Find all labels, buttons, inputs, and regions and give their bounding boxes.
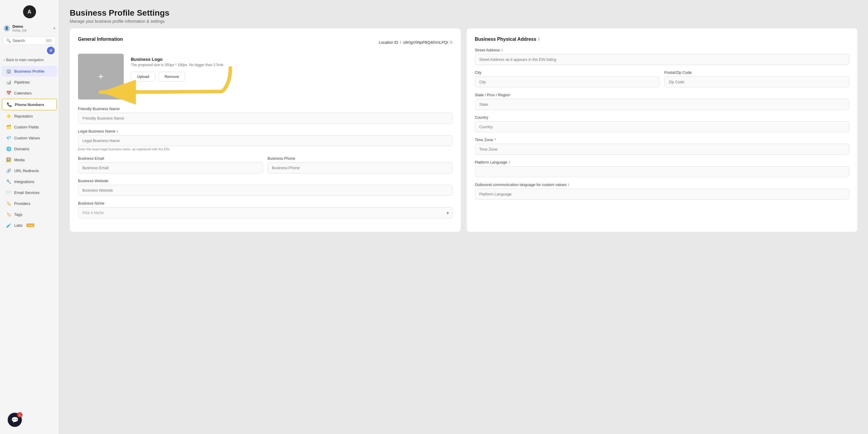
logo-desc: The proposed size is 350px * 180px. No b… — [131, 63, 223, 67]
sidebar-item-domains[interactable]: 🌐 Domains — [2, 144, 57, 154]
business-website-group: Business Website — [78, 179, 453, 196]
lightning-button[interactable]: ⚡ — [47, 46, 55, 54]
sidebar-item-email-services[interactable]: ✉️ Email Services — [2, 187, 57, 198]
custom-values-icon: 💎 — [6, 135, 11, 141]
chat-icon: 💬 — [11, 416, 19, 423]
sidebar-item-label: Reputation — [14, 114, 33, 118]
sidebar-item-label: Custom Fields — [14, 125, 39, 129]
legal-name-input[interactable] — [78, 135, 453, 146]
chat-badge: 1 — [17, 412, 23, 417]
avatar-circle: A — [23, 5, 36, 18]
sidebar-item-media[interactable]: 🖼️ Media — [2, 154, 57, 165]
main-content: Business Profile Settings Manage your bu… — [59, 0, 868, 434]
business-email-input[interactable] — [78, 162, 263, 173]
timezone-label: Time Zone * — [475, 137, 849, 142]
legal-name-label: Legal Business Name ℹ — [78, 129, 453, 133]
location-id-code: s9r0gV0NpPBQ40VnLPQI — [403, 40, 448, 44]
new-badge: new — [27, 223, 34, 227]
business-niche-group: Business Niche Pick A Niche — [78, 201, 453, 218]
logo-upload-area: + Business Logo The proposed size is 350… — [78, 54, 453, 99]
media-icon: 🖼️ — [6, 157, 11, 162]
state-input[interactable] — [475, 99, 849, 110]
sidebar-item-url-redirects[interactable]: 🔗 URL Redirects — [2, 165, 57, 176]
remove-button[interactable]: Remove — [158, 72, 185, 82]
account-switcher[interactable]: 👤 Demo Irvine, CA ▾ — [0, 22, 59, 35]
legal-name-hint: Enter the exact legal business name, as … — [78, 147, 453, 151]
upload-button[interactable]: Upload — [131, 72, 155, 82]
platform-language-group: Platform Language ℹ English (United Stat… — [475, 160, 849, 177]
page-title: Business Profile Settings — [70, 8, 857, 18]
business-email-group: Business Email — [78, 156, 263, 173]
city-input[interactable] — [475, 76, 660, 87]
country-input[interactable] — [475, 121, 849, 132]
sidebar-item-reputation[interactable]: ⭐ Reputation — [2, 111, 57, 121]
street-address-input[interactable] — [475, 54, 849, 65]
business-niche-select[interactable]: Pick A Niche — [78, 207, 453, 218]
business-email-label: Business Email — [78, 156, 263, 161]
timezone-input[interactable] — [475, 144, 849, 155]
account-icon: 👤 — [4, 25, 10, 32]
sidebar-item-tags[interactable]: 🏷️ Tags — [2, 209, 57, 220]
search-label: Search — [13, 38, 43, 43]
logo-placeholder: + — [78, 54, 124, 99]
business-phone-input[interactable] — [268, 162, 453, 173]
lightning-area: ⚡ — [0, 46, 59, 56]
city-group: City — [475, 70, 660, 87]
physical-address-title: Business Physical Address ℹ — [475, 37, 849, 42]
street-address-label: Street Address ℹ — [475, 48, 849, 52]
friendly-name-input[interactable] — [78, 113, 453, 124]
integrations-icon: 🔧 — [6, 179, 11, 184]
sidebar-item-label: Providers — [14, 202, 30, 206]
zip-input[interactable] — [664, 76, 849, 87]
general-info-card: General Information Location ID ℹ s9r0gV… — [70, 28, 461, 232]
sidebar-item-label: URL Redirects — [14, 168, 39, 173]
chat-widget[interactable]: 💬 1 — [8, 413, 22, 427]
sidebar-item-business-profile[interactable]: 🏢 Business Profile — [2, 66, 57, 76]
platform-language-input[interactable]: English (United States) — [475, 166, 849, 177]
location-id-label: Location ID — [379, 40, 398, 44]
email-services-icon: ✉️ — [6, 190, 11, 195]
back-label: Back to main navigation — [6, 58, 44, 62]
sidebar-item-calendars[interactable]: 📅 Calendars — [2, 88, 57, 98]
custom-fields-icon: 🗂️ — [6, 124, 11, 130]
business-profile-icon: 🏢 — [6, 68, 11, 74]
country-label: Country — [475, 115, 849, 120]
location-id-value: Location ID ℹ s9r0gV0NpPBQ40VnLPQI ⎘ — [379, 40, 452, 44]
search-bar[interactable]: 🔍 Search ⌘K — [3, 36, 56, 45]
zip-group: Postal/Zip Code — [664, 70, 849, 87]
sidebar: A 👤 Demo Irvine, CA ▾ 🔍 Search ⌘K ⚡ ‹ Ba… — [0, 0, 59, 434]
sidebar-item-label: Calendars — [14, 91, 32, 95]
page-subtitle: Manage your business profile information… — [70, 19, 857, 24]
sidebar-item-labs[interactable]: 🧪 Labs new — [2, 220, 57, 230]
sidebar-item-providers[interactable]: 🏷️ Providers — [2, 198, 57, 209]
business-phone-label: Business Phone — [268, 156, 453, 161]
calendars-icon: 📅 — [6, 90, 11, 96]
tags-icon: 🏷️ — [6, 212, 11, 217]
reputation-icon: ⭐ — [6, 113, 11, 119]
legal-name-group: Legal Business Name ℹ Enter the exact le… — [78, 129, 453, 151]
sidebar-item-label: Phone Numbers — [15, 102, 44, 107]
state-label: State / Prov / Region — [475, 93, 849, 97]
sidebar-item-pipelines[interactable]: 📊 Pipelines — [2, 77, 57, 87]
outbound-lang-input[interactable] — [475, 189, 849, 199]
search-icon: 🔍 — [6, 38, 11, 43]
business-niche-label: Business Niche — [78, 201, 453, 206]
business-website-label: Business Website — [78, 179, 453, 183]
info-icon: ℹ — [400, 40, 401, 44]
platform-language-label: Platform Language ℹ — [475, 160, 849, 164]
sidebar-item-label: Tags — [14, 212, 22, 217]
general-info-title: General Information — [78, 37, 123, 42]
sidebar-item-custom-values[interactable]: 💎 Custom Values — [2, 132, 57, 143]
sidebar-item-integrations[interactable]: 🔧 Integrations — [2, 176, 57, 187]
labs-icon: 🧪 — [6, 223, 11, 228]
sidebar-item-custom-fields[interactable]: 🗂️ Custom Fields — [2, 122, 57, 132]
page-header: Business Profile Settings Manage your bu… — [59, 0, 868, 28]
back-navigation[interactable]: ‹ Back to main navigation — [0, 56, 59, 64]
business-website-input[interactable] — [78, 185, 453, 196]
copy-icon[interactable]: ⎘ — [450, 40, 453, 44]
info-icon: ℹ — [538, 37, 539, 41]
state-group: State / Prov / Region — [475, 93, 849, 110]
sidebar-item-label: Media — [14, 158, 25, 162]
sidebar-item-phone-numbers[interactable]: 📞 Phone Numbers — [2, 99, 57, 111]
sidebar-item-label: Integrations — [14, 180, 34, 184]
